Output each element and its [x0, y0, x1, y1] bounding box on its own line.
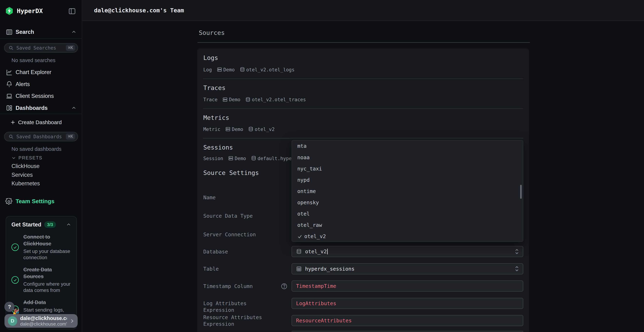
no-saved-dashboards-text: No saved dashboards: [12, 146, 61, 152]
dropdown-option-noaa[interactable]: noaa: [292, 152, 523, 163]
database-icon: [240, 67, 245, 72]
name-label: Name: [203, 194, 277, 201]
help-tooltip-icon[interactable]: [281, 283, 288, 290]
source-connection: Demo: [235, 156, 246, 161]
help-button[interactable]: ?: [4, 302, 14, 312]
source-connection: Demo: [223, 67, 235, 72]
resource-attributes-value: ResourceAttributes: [296, 318, 352, 324]
source-section-title-traces: Traces: [203, 84, 226, 92]
dropdown-scrollbar[interactable]: [520, 185, 522, 199]
dropdown-option-nypd[interactable]: nypd: [292, 174, 523, 186]
table-grid-icon: [296, 266, 302, 272]
sidebar-item-team-settings[interactable]: Team Settings: [0, 197, 82, 206]
chevron-up-icon: [66, 222, 71, 227]
user-team: dale@clickhouse.com's: [20, 321, 67, 327]
select-chevrons-icon: [515, 266, 519, 272]
dropdown-option-otel-raw[interactable]: otel_raw: [292, 220, 523, 231]
sidebar-collapse-icon[interactable]: [68, 7, 76, 15]
page-title: Sources: [199, 29, 225, 36]
no-saved-searches-text: No saved searches: [12, 58, 56, 63]
avatar: D: [8, 316, 17, 326]
log-attributes-label: Log Attributes Expression: [203, 300, 277, 313]
source-section-title-sessions: Sessions: [203, 144, 233, 151]
gear-icon: [5, 198, 12, 205]
get-started-item-subtitle: Set up your database connection: [24, 248, 71, 261]
search-panel-icon: [6, 28, 13, 36]
laptop-icon: [6, 93, 13, 100]
search-icon: [8, 46, 14, 50]
saved-searches-input[interactable]: Saved Searches ⌘K: [4, 43, 78, 52]
presets-toggle[interactable]: PRESETS: [12, 155, 42, 160]
next-input-partial: [292, 331, 523, 332]
preset-clickhouse[interactable]: ClickHouse: [12, 163, 40, 170]
preset-services[interactable]: Services: [12, 172, 33, 178]
sidebar-item-label: Search: [16, 29, 34, 35]
server-icon: [225, 126, 230, 132]
server-connection-label: Server Connection: [203, 231, 277, 238]
get-started-item-connect[interactable]: Connect to ClickHouse Set up your databa…: [12, 234, 71, 261]
dropdown-option-opensky[interactable]: opensky: [292, 197, 523, 208]
dropdown-option-ontime[interactable]: ontime: [292, 186, 523, 197]
dashboard-layout-icon: [6, 104, 13, 112]
check-circle-icon: [12, 276, 19, 284]
get-started-header[interactable]: Get Started 3/3: [12, 221, 71, 228]
divider: [0, 114, 82, 114]
team-title: dale@clickhouse.com's Team: [94, 7, 184, 14]
text-cursor: [327, 249, 328, 254]
bell-icon: [6, 81, 13, 88]
divider: [0, 38, 82, 39]
chevron-down-icon: [12, 156, 16, 160]
chevron-up-icon: [72, 106, 76, 110]
dropdown-option-mta[interactable]: mta: [292, 140, 523, 152]
user-menu[interactable]: D dale@clickhouse.com dale@clickhouse.co…: [4, 314, 78, 328]
brand-logo[interactable]: HyperDX: [5, 6, 43, 15]
source-table: otel_v2.otel_traces: [252, 97, 306, 102]
get-started-progress-badge: 3/3: [44, 221, 56, 228]
source-connection: Demo: [232, 126, 243, 132]
dropdown-option-otel-v2-selected[interactable]: otel_v2: [292, 231, 523, 242]
chevron-up-icon: [72, 30, 76, 34]
cmd-k-shortcut: ⌘K: [66, 134, 75, 140]
sidebar-item-alerts[interactable]: Alerts: [0, 80, 82, 89]
sidebar: HyperDX Search Saved Searches ⌘K No save…: [0, 0, 82, 332]
create-dashboard-label: Create Dashboard: [18, 119, 62, 126]
sidebar-item-search[interactable]: Search: [0, 28, 82, 37]
sidebar-item-client-sessions[interactable]: Client Sessions: [0, 92, 82, 101]
dropdown-option-nyc-taxi[interactable]: nyc_taxi: [292, 163, 523, 174]
database-icon: [248, 126, 254, 132]
divider: [198, 42, 530, 42]
sidebar-item-chart-explorer[interactable]: Chart Explorer: [0, 68, 82, 77]
sidebar-item-label: Dashboards: [16, 105, 48, 111]
sidebar-item-dashboards[interactable]: Dashboards: [0, 104, 82, 113]
timestamp-column-input[interactable]: TimestampTime: [292, 280, 523, 292]
database-label: Database: [203, 248, 277, 255]
log-attributes-value: LogAttributes: [296, 300, 336, 306]
table-label: Table: [203, 266, 277, 272]
chevron-right-icon: [70, 319, 74, 323]
get-started-item-subtitle: Configure where your data comes from: [24, 281, 71, 294]
source-section-title-metrics: Metrics: [203, 114, 229, 121]
source-type: Trace: [203, 97, 217, 102]
resource-attributes-label: Resource Attributes Expression: [203, 314, 265, 327]
preset-kubernetes[interactable]: Kubernetes: [12, 180, 40, 187]
main-area: dale@clickhouse.com's Team Sources Logs …: [82, 0, 644, 332]
database-icon: [296, 249, 302, 254]
table-input[interactable]: hyperdx_sessions: [292, 263, 523, 274]
create-dashboard-button[interactable]: Create Dashboard: [0, 118, 82, 127]
saved-dashboards-input[interactable]: Saved Dashboards ⌘K: [4, 132, 78, 141]
sidebar-item-label: Client Sessions: [16, 93, 54, 99]
source-meta-traces: Trace Demo otel_v2.otel_traces: [203, 96, 306, 103]
dropdown-option-otel[interactable]: otel: [292, 208, 523, 220]
server-icon: [222, 97, 228, 102]
sidebar-item-label: Alerts: [16, 81, 30, 88]
team-settings-label: Team Settings: [16, 198, 54, 205]
get-started-item-create-sources[interactable]: Create Data Sources Configure where your…: [12, 266, 71, 293]
user-email: dale@clickhouse.com: [20, 315, 67, 321]
source-connection: Demo: [229, 97, 240, 102]
log-attributes-input[interactable]: LogAttributes: [292, 298, 523, 309]
get-started-title: Get Started: [12, 222, 41, 228]
database-input[interactable]: otel_v2: [292, 246, 523, 257]
source-settings-title: Source Settings: [203, 169, 259, 176]
saved-dashboards-placeholder: Saved Dashboards: [16, 134, 66, 139]
resource-attributes-input[interactable]: ResourceAttributes: [292, 315, 523, 326]
